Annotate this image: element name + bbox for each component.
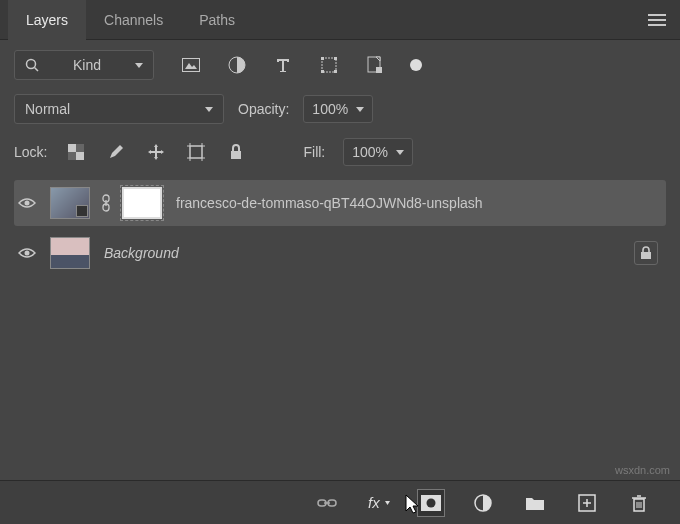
svg-rect-16 — [76, 152, 84, 160]
panel-menu-button[interactable] — [648, 0, 666, 40]
chevron-down-icon — [356, 107, 364, 112]
tab-paths[interactable]: Paths — [181, 0, 253, 40]
svg-rect-2 — [648, 24, 666, 26]
svg-rect-18 — [68, 152, 76, 160]
fill-label: Fill: — [303, 144, 325, 160]
layer-thumbnail[interactable] — [50, 187, 90, 219]
svg-rect-1 — [648, 19, 666, 21]
svg-rect-11 — [321, 70, 324, 73]
layer-thumbnail[interactable] — [50, 237, 90, 269]
link-layers-button[interactable] — [314, 490, 340, 516]
lock-row: Lock: Fill: 100% — [0, 132, 680, 176]
filter-type-icons — [180, 54, 422, 76]
svg-point-3 — [27, 60, 36, 69]
layer-style-button[interactable]: fx — [366, 490, 392, 516]
layer-name[interactable]: francesco-de-tommaso-qBT44OJWNd8-unsplas… — [176, 195, 483, 211]
lock-position-icon[interactable] — [145, 141, 167, 163]
new-group-button[interactable] — [522, 490, 548, 516]
layer-row[interactable]: Background — [14, 230, 666, 276]
filter-smart-icon[interactable] — [364, 54, 386, 76]
svg-rect-12 — [334, 70, 337, 73]
fill-value: 100% — [352, 144, 388, 160]
svg-rect-0 — [648, 14, 666, 16]
svg-rect-10 — [334, 57, 337, 60]
delete-layer-button[interactable] — [626, 490, 652, 516]
filter-adjustment-icon[interactable] — [226, 54, 248, 76]
chevron-down-icon — [396, 150, 404, 155]
lock-artboard-icon[interactable] — [185, 141, 207, 163]
new-adjustment-layer-button[interactable] — [470, 490, 496, 516]
search-icon — [25, 58, 39, 72]
blend-mode-dropdown[interactable]: Normal — [14, 94, 224, 124]
svg-text:fx: fx — [368, 495, 380, 511]
lock-transparency-icon[interactable] — [65, 141, 87, 163]
lock-pixels-icon[interactable] — [105, 141, 127, 163]
tab-channels[interactable]: Channels — [86, 0, 181, 40]
layer-name[interactable]: Background — [104, 245, 179, 261]
chevron-down-icon — [205, 107, 213, 112]
mask-link-icon[interactable] — [98, 192, 114, 214]
svg-rect-9 — [321, 57, 324, 60]
svg-rect-8 — [322, 58, 336, 72]
blend-row: Normal Opacity: 100% — [0, 86, 680, 132]
add-mask-button[interactable] — [418, 490, 444, 516]
filter-shape-icon[interactable] — [318, 54, 340, 76]
chevron-down-icon — [135, 63, 143, 68]
svg-point-37 — [427, 498, 436, 507]
svg-rect-14 — [376, 67, 382, 73]
filter-row: Kind — [0, 40, 680, 86]
svg-rect-15 — [68, 144, 76, 152]
svg-rect-19 — [190, 146, 202, 158]
layer-mask-thumbnail[interactable] — [122, 187, 162, 219]
visibility-toggle[interactable] — [14, 247, 40, 259]
layers-list: francesco-de-tommaso-qBT44OJWNd8-unsplas… — [0, 176, 680, 276]
bottom-toolbar: fx — [0, 480, 680, 524]
svg-point-25 — [25, 201, 30, 206]
filter-pixel-icon[interactable] — [180, 54, 202, 76]
svg-marker-6 — [185, 63, 197, 69]
new-layer-button[interactable] — [574, 490, 600, 516]
svg-rect-24 — [231, 151, 241, 159]
layer-row[interactable]: francesco-de-tommaso-qBT44OJWNd8-unsplas… — [14, 180, 666, 226]
layers-panel: Layers Channels Paths Kind — [0, 0, 680, 524]
filter-toggle-icon[interactable] — [410, 59, 422, 71]
svg-point-29 — [25, 251, 30, 256]
tab-layers[interactable]: Layers — [8, 0, 86, 40]
opacity-input[interactable]: 100% — [303, 95, 373, 123]
panel-tabs: Layers Channels Paths — [0, 0, 680, 40]
svg-rect-5 — [183, 59, 200, 72]
lock-label: Lock: — [14, 144, 47, 160]
opacity-value: 100% — [312, 101, 348, 117]
blend-mode-value: Normal — [25, 101, 70, 117]
filter-kind-label: Kind — [73, 57, 101, 73]
lock-icon[interactable] — [634, 241, 658, 265]
filter-type-icon[interactable] — [272, 54, 294, 76]
svg-line-4 — [35, 68, 39, 72]
svg-rect-30 — [641, 252, 651, 259]
watermark: wsxdn.com — [615, 464, 670, 476]
opacity-label: Opacity: — [238, 101, 289, 117]
filter-kind-dropdown[interactable]: Kind — [14, 50, 154, 80]
lock-all-icon[interactable] — [225, 141, 247, 163]
svg-rect-17 — [76, 144, 84, 152]
svg-marker-35 — [385, 501, 390, 505]
fill-input[interactable]: 100% — [343, 138, 413, 166]
visibility-toggle[interactable] — [14, 197, 40, 209]
